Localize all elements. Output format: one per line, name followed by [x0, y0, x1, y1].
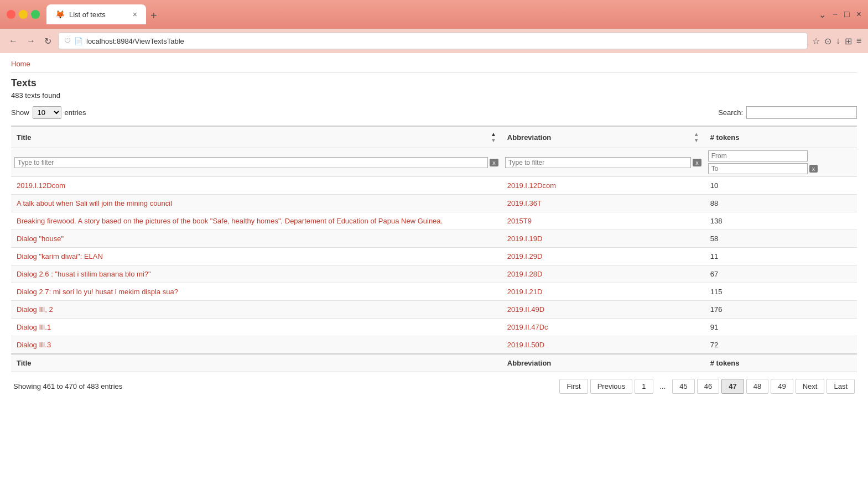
- title-link[interactable]: Dialog III.1: [17, 323, 51, 331]
- bookmark-button[interactable]: ☆: [812, 36, 820, 46]
- new-tab-button[interactable]: +: [146, 7, 162, 24]
- reload-button[interactable]: ↻: [42, 35, 54, 48]
- browser-frame: 🦊 List of texts × + ⌄ − □ × ← → ↻ 🛡 📄 lo…: [0, 0, 868, 490]
- page-1-button[interactable]: 1: [635, 379, 653, 394]
- table-row: Dialog 2.6 : "husat i stilim banana blo …: [11, 265, 857, 283]
- page-49-button[interactable]: 49: [771, 379, 793, 394]
- abbr-filter-cell: x: [502, 148, 705, 177]
- back-button[interactable]: ←: [7, 35, 20, 47]
- table-cell-tokens: 138: [705, 212, 857, 230]
- table-cell-tokens: 115: [705, 283, 857, 301]
- forward-button[interactable]: →: [24, 35, 38, 47]
- previous-page-button[interactable]: Previous: [590, 379, 633, 394]
- tokens-from-to-wrap: x: [708, 150, 854, 174]
- nav-bar: ← → ↻ 🛡 📄 localhost:8984/ViewTextsTable …: [0, 29, 868, 53]
- first-page-button[interactable]: First: [559, 379, 588, 394]
- title-link[interactable]: Dialog 2.6 : "husat i stilim banana blo …: [17, 270, 151, 278]
- table-cell-title: Dialog III.3: [11, 336, 502, 355]
- title-link[interactable]: Dialog III, 2: [17, 305, 53, 314]
- title-link[interactable]: A talk about when Sali will join the min…: [17, 199, 172, 207]
- close-window-button[interactable]: [7, 10, 15, 19]
- page-47-button[interactable]: 47: [721, 379, 744, 394]
- table-cell-tokens: 72: [705, 336, 857, 355]
- tab-title: List of texts: [69, 11, 106, 19]
- tokens-to-clear-button[interactable]: x: [809, 165, 818, 173]
- abbr-sort-down-icon: ▼: [694, 137, 699, 143]
- pocket-button[interactable]: ⊙: [824, 36, 831, 46]
- title-col-label: Title: [17, 133, 32, 142]
- abbr-filter-input[interactable]: [505, 157, 691, 168]
- table-cell-tokens: 176: [705, 301, 857, 319]
- entries-per-page-select[interactable]: 10 25 50 100: [33, 106, 61, 119]
- abbreviation-link[interactable]: 2019.II.49D: [507, 305, 544, 314]
- table-cell-abbreviation: 2019.I.29D: [502, 248, 705, 265]
- col-tokens-header: # tokens: [705, 126, 857, 148]
- active-tab[interactable]: 🦊 List of texts ×: [46, 4, 146, 24]
- maximize-button[interactable]: □: [844, 9, 850, 20]
- table-filter-row: x x x: [11, 148, 857, 177]
- abbreviation-link[interactable]: 2015T9: [507, 217, 532, 225]
- abbreviation-link[interactable]: 2019.I.36T: [507, 199, 542, 207]
- title-link[interactable]: Dialog III.3: [17, 341, 51, 349]
- table-footer-row: Title Abbreviation # tokens: [11, 354, 857, 372]
- table-cell-tokens: 88: [705, 195, 857, 212]
- abbreviation-link[interactable]: 2019.II.47Dc: [507, 323, 548, 331]
- minimize-button[interactable]: −: [833, 9, 838, 20]
- abbreviation-link[interactable]: 2019.I.21D: [507, 288, 543, 296]
- tokens-to-input[interactable]: [708, 163, 808, 174]
- abbreviation-link[interactable]: 2019.II.50D: [507, 341, 544, 349]
- page-content: Home Texts 483 texts found Show 10 25 50…: [0, 53, 868, 407]
- title-link[interactable]: Dialog 2.7: mi sori lo yu! husat i mekim…: [17, 288, 178, 296]
- title-link[interactable]: Dialog "karim diwai": ELAN: [17, 252, 103, 260]
- data-table: Title ▲ ▼ Abbreviation ▲ ▼: [11, 126, 857, 372]
- nav-actions: ☆ ⊙ ↓ ⊞ ≡: [812, 36, 861, 46]
- maximize-window-button[interactable]: [31, 10, 40, 19]
- title-link[interactable]: 2019.I.12Dcom: [17, 181, 65, 190]
- downloads-button[interactable]: ↓: [836, 36, 840, 46]
- minimize-window-button[interactable]: [19, 10, 28, 19]
- abbreviation-link[interactable]: 2019.I.12Dcom: [507, 181, 556, 190]
- close-button[interactable]: ×: [856, 9, 861, 20]
- table-cell-title: Dialog 2.6 : "husat i stilim banana blo …: [11, 265, 502, 283]
- window-controls: [7, 10, 40, 19]
- pagination-bar: Showing 461 to 470 of 483 entries First …: [11, 372, 857, 400]
- tokens-from-input[interactable]: [708, 150, 808, 161]
- sort-up-icon: ▲: [491, 131, 496, 137]
- table-cell-title: Dialog III.1: [11, 319, 502, 336]
- title-link[interactable]: Breaking firewood. A story based on the …: [17, 217, 443, 225]
- document-icon: 📄: [74, 37, 83, 45]
- sort-down-icon: ▼: [491, 137, 496, 143]
- menu-button[interactable]: ≡: [856, 36, 861, 46]
- abbreviation-link[interactable]: 2019.I.19D: [507, 234, 543, 243]
- table-cell-abbreviation: 2019.I.19D: [502, 230, 705, 248]
- next-page-button[interactable]: Next: [796, 379, 825, 394]
- tab-close-button[interactable]: ×: [133, 11, 137, 18]
- abbr-filter-clear-button[interactable]: x: [693, 159, 701, 166]
- search-input[interactable]: [746, 106, 857, 119]
- chevron-down-button[interactable]: ⌄: [819, 9, 826, 20]
- title-sort-icons[interactable]: ▲ ▼: [491, 131, 496, 143]
- table-cell-abbreviation: 2019.II.47Dc: [502, 319, 705, 336]
- abbr-col-label: Abbreviation: [507, 133, 551, 142]
- ellipsis: ...: [656, 379, 671, 393]
- table-cell-title: Dialog III, 2: [11, 301, 502, 319]
- address-bar[interactable]: 🛡 📄 localhost:8984/ViewTextsTable: [58, 33, 808, 49]
- breadcrumb-home[interactable]: Home: [11, 60, 30, 68]
- pagination-controls: First Previous 1 ... 45 46 47 48 49 Next…: [559, 379, 855, 394]
- title-filter-clear-button[interactable]: x: [490, 159, 498, 166]
- title-filter-input[interactable]: [14, 157, 488, 168]
- page-48-button[interactable]: 48: [746, 379, 768, 394]
- abbreviation-link[interactable]: 2019.I.28D: [507, 270, 543, 278]
- table-row: Dialog III.12019.II.47Dc91: [11, 319, 857, 336]
- abbr-filter-wrap: x: [505, 157, 701, 168]
- abbr-sort-icons[interactable]: ▲ ▼: [694, 131, 699, 143]
- search-label: Search:: [718, 108, 743, 117]
- extensions-button[interactable]: ⊞: [845, 36, 852, 46]
- page-46-button[interactable]: 46: [697, 379, 719, 394]
- page-45-button[interactable]: 45: [672, 379, 694, 394]
- last-page-button[interactable]: Last: [827, 379, 855, 394]
- title-link[interactable]: Dialog "house": [17, 234, 64, 243]
- abbreviation-link[interactable]: 2019.I.29D: [507, 252, 543, 260]
- footer-abbr-col: Abbreviation: [502, 354, 705, 372]
- table-cell-title: Dialog 2.7: mi sori lo yu! husat i mekim…: [11, 283, 502, 301]
